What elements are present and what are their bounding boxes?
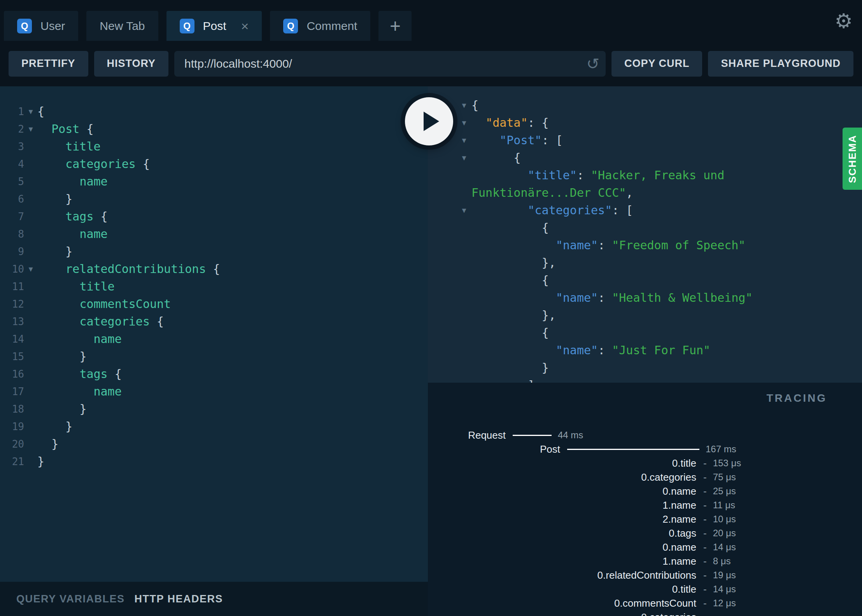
execute-button[interactable] (405, 97, 453, 145)
tracing-label: 0.title (428, 457, 696, 469)
code-token: Post (51, 122, 79, 136)
line-number: 3 (4, 141, 24, 152)
tracing-value: 10 μs (713, 514, 736, 525)
code-text: Post { (37, 122, 94, 136)
code-token: { (79, 122, 93, 136)
tab-label: Post (203, 19, 226, 33)
fold-arrow-icon[interactable]: ▾ (457, 135, 471, 145)
fold-arrow-icon[interactable]: ▾ (457, 100, 471, 110)
code-text: name (37, 332, 122, 346)
line-number: 16 (4, 368, 24, 380)
line-number: 18 (4, 403, 24, 415)
tracing-row: 0.name-14 μs (428, 540, 862, 554)
tracing-dash: - (703, 527, 707, 539)
code-token: { (94, 210, 108, 223)
code-text: } (37, 245, 72, 258)
code-token: name (94, 385, 122, 398)
response-line: Funktionäre...Der CCC", (457, 184, 862, 201)
code-text: ], (471, 378, 542, 383)
toolbar: PRETTIFY HISTORY ↺ COPY CURL SHARE PLAYG… (0, 41, 862, 86)
response-line: ▾ "data": { (457, 114, 862, 131)
fold-arrow-icon[interactable]: ▾ (457, 118, 471, 128)
tracing-row: 0.name-25 μs (428, 484, 862, 498)
tab-label: New Tab (100, 19, 145, 33)
tab-new-tab[interactable]: New Tab (86, 11, 158, 41)
code-text: { (471, 326, 549, 340)
line-number: 5 (4, 176, 24, 187)
tracing-dash: - (703, 541, 707, 553)
response-lines: ▾{▾ "data": {▾ "Post": [▾ { "title": "Ha… (428, 86, 862, 383)
fold-arrow-icon[interactable]: ▾ (24, 124, 37, 134)
code-text: "name": "Health & Wellbeing" (471, 291, 752, 304)
code-text: { (471, 98, 478, 112)
fold-arrow-icon[interactable]: ▾ (24, 107, 37, 117)
line-number: 11 (4, 281, 24, 292)
editor-line: 9 } (4, 243, 428, 260)
response-line: "name": "Just For Fun" (457, 341, 862, 359)
tracing-row: 0.tags-20 μs (428, 526, 862, 540)
code-text: Funktionäre...Der CCC", (471, 186, 633, 200)
close-icon[interactable]: × (241, 19, 249, 33)
endpoint-input[interactable] (174, 51, 606, 77)
url-bar: ↺ (174, 51, 606, 77)
http-headers-toggle[interactable]: HTTP HEADERS (135, 593, 223, 605)
plus-icon: + (390, 17, 401, 35)
line-number: 15 (4, 351, 24, 362)
code-token: categories (65, 157, 136, 171)
tracing-value: 8 μs (713, 556, 731, 567)
tracing-panel[interactable]: TRACING Request44 msPost167 ms0.title-15… (428, 383, 862, 616)
tracing-value: 20 μs (713, 528, 736, 539)
response-line: }, (457, 254, 862, 271)
query-variables-toggle[interactable]: QUERY VARIABLES (16, 593, 125, 605)
response-line: ▾ { (457, 149, 862, 166)
code-text: { (471, 151, 520, 164)
code-text: commentsCount (37, 297, 171, 311)
tracing-value: 25 μs (713, 486, 736, 497)
editor-line: 5 name (4, 173, 428, 190)
code-token: name (79, 227, 107, 241)
editor-line: 17 name (4, 383, 428, 400)
line-number: 20 (4, 438, 24, 450)
tracing-label: 1.name (428, 555, 696, 567)
code-text: } (471, 361, 549, 374)
reload-button[interactable]: ↺ (586, 56, 599, 72)
tab-user[interactable]: Q User (4, 11, 78, 41)
tracing-label: 0.relatedContributions (428, 569, 696, 581)
code-token: { (542, 273, 549, 287)
schema-tab-label: SCHEMA (846, 135, 858, 183)
tracing-dash: - (703, 485, 707, 497)
fold-arrow-icon[interactable]: ▾ (457, 153, 471, 163)
editor-footer: QUERY VARIABLES HTTP HEADERS (0, 582, 428, 616)
prettify-button[interactable]: PRETTIFY (9, 51, 88, 77)
code-token: } (65, 245, 72, 258)
editor-line: 12 commentsCount (4, 295, 428, 313)
fold-arrow-icon[interactable]: ▾ (24, 264, 37, 274)
line-number: 2 (4, 123, 24, 135)
code-token: "Post" (499, 133, 541, 147)
code-token: { (37, 105, 44, 118)
editor-lines[interactable]: 1▾{2▾ Post {3 title4 categories {5 name6… (0, 86, 428, 582)
tracing-bar (567, 449, 699, 450)
new-tab-button[interactable]: + (378, 11, 412, 41)
editor-line: 20 } (4, 435, 428, 453)
code-text: } (37, 420, 72, 433)
history-button[interactable]: HISTORY (94, 51, 169, 77)
code-text: } (37, 455, 44, 468)
code-token: : (598, 291, 612, 304)
tracing-value: 167 ms (706, 444, 736, 455)
settings-button[interactable]: ⚙ (834, 11, 853, 31)
code-text: title (37, 140, 101, 153)
fold-arrow-icon[interactable]: ▾ (457, 205, 471, 215)
copy-curl-button[interactable]: COPY CURL (611, 51, 703, 77)
code-token: name (94, 332, 122, 346)
schema-tab[interactable]: SCHEMA (843, 128, 862, 190)
tab-comment[interactable]: Q Comment (270, 11, 370, 41)
code-token: : (598, 343, 612, 357)
response-line: } (457, 359, 862, 376)
tracing-row: Request44 ms (428, 428, 862, 442)
tab-post[interactable]: Q Post × (166, 11, 262, 41)
editor-line: 1▾{ (4, 103, 428, 120)
response-line: ], (457, 376, 862, 383)
share-playground-button[interactable]: SHARE PLAYGROUND (708, 51, 853, 77)
code-text: "name": "Freedom of Speech" (471, 238, 745, 252)
